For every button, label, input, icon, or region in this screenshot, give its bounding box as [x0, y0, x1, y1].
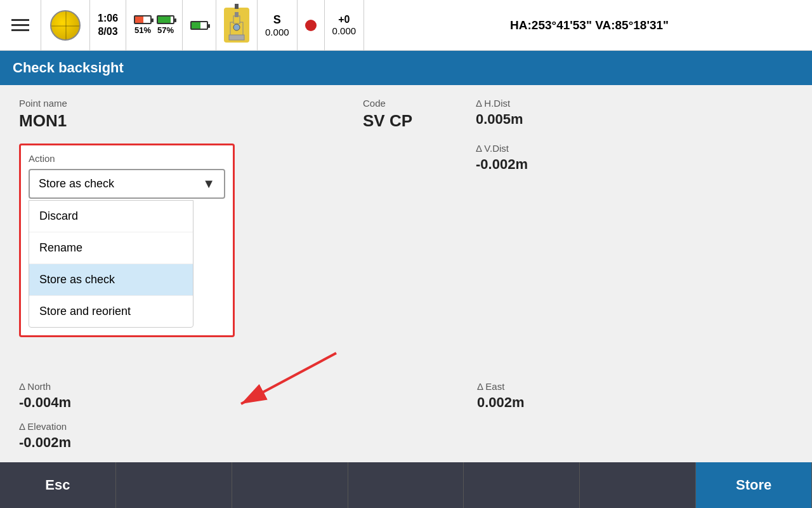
- globe-icon: [50, 10, 81, 41]
- arrow-annotation: [203, 347, 343, 425]
- hamburger-icon[interactable]: [11, 19, 29, 31]
- battery-display: 51% 57%: [126, 0, 183, 50]
- dropdown-item-discard[interactable]: Discard: [29, 201, 193, 232]
- esc-button[interactable]: Esc: [0, 462, 116, 508]
- action-dropdown-trigger[interactable]: Store as check ▼: [29, 169, 225, 199]
- svg-line-6: [241, 353, 336, 404]
- date-value: 8/03: [98, 25, 118, 39]
- main-content: Point name MON1 Code SV CP Action Store …: [0, 85, 812, 464]
- store-button[interactable]: Store: [696, 462, 812, 508]
- svg-rect-3: [229, 35, 244, 40]
- east-value: 0.002m: [477, 394, 525, 411]
- time-value: 1:06: [98, 12, 118, 25]
- plus-display: +0 0.000: [325, 0, 365, 50]
- action-dropdown-menu: Discard Rename Store as check Store and …: [29, 200, 193, 328]
- signal-indicator: [298, 0, 325, 50]
- h-dist-label: Δ H.Dist: [476, 98, 523, 109]
- signal-dot: [305, 20, 317, 31]
- battery3-display: [183, 0, 216, 50]
- battery2-icon: [157, 15, 174, 24]
- elev-value: -0.002m: [19, 434, 525, 451]
- battery3-icon: [190, 21, 208, 30]
- chevron-down-icon: ▼: [202, 177, 215, 191]
- footer-btn-3[interactable]: [232, 462, 348, 508]
- v-dist-group: Δ V.Dist -0.002m: [476, 143, 528, 173]
- point-name-value: MON1: [19, 111, 67, 131]
- meas-row-2: Δ V.Dist -0.002m: [476, 143, 793, 173]
- code-value: SV CP: [363, 111, 412, 131]
- measurements-area: Δ H.Dist 0.005m Δ V.Dist -0.002m: [476, 98, 793, 188]
- east-label: Δ East: [477, 381, 525, 392]
- east-group: Δ East 0.002m: [477, 381, 525, 411]
- footer: Esc Store: [0, 462, 812, 508]
- page-title: Check backsight: [13, 60, 124, 76]
- svg-rect-2: [235, 12, 239, 17]
- globe-button[interactable]: [41, 0, 90, 50]
- battery1-icon: [134, 15, 152, 24]
- dropdown-item-rename[interactable]: Rename: [29, 232, 193, 264]
- action-selected-value: Store as check: [39, 177, 114, 190]
- footer-btn-5[interactable]: [464, 462, 580, 508]
- ha-va-display: HA:253°41'53" VA:85°18'31": [364, 0, 812, 50]
- battery1-percent: 51%: [134, 25, 151, 35]
- action-container: Action Store as check ▼ Discard Rename S…: [19, 144, 235, 337]
- status-bar: 1:06 8/03 51% 57%: [0, 0, 812, 51]
- elev-group: Δ Elevation -0.002m: [19, 421, 525, 451]
- plus-label: +0: [332, 14, 357, 25]
- code-group: Code SV CP: [363, 98, 412, 131]
- s-label: S: [265, 13, 289, 27]
- code-label: Code: [363, 98, 412, 109]
- instrument-icon: [224, 8, 249, 43]
- footer-btn-4[interactable]: [348, 462, 464, 508]
- s-display: S 0.000: [258, 0, 298, 50]
- north-value: -0.004m: [19, 394, 71, 411]
- footer-btn-2[interactable]: [116, 462, 232, 508]
- dropdown-item-store-reorient[interactable]: Store and reorient: [29, 296, 193, 327]
- instrument-display: [216, 0, 258, 50]
- point-name-group: Point name MON1: [19, 98, 67, 131]
- battery2-percent: 57%: [157, 25, 174, 35]
- north-label: Δ North: [19, 381, 71, 392]
- page-header: Check backsight: [0, 51, 812, 85]
- v-dist-value: -0.002m: [476, 156, 528, 173]
- h-dist-group: Δ H.Dist 0.005m: [476, 98, 523, 128]
- dropdown-item-store-check[interactable]: Store as check: [29, 264, 193, 296]
- point-name-label: Point name: [19, 98, 67, 109]
- plus-value: 0.000: [332, 25, 357, 36]
- store-label: Store: [736, 477, 771, 493]
- time-display: 1:06 8/03: [90, 0, 126, 50]
- svg-point-4: [233, 24, 240, 30]
- ha-va-value: HA:253°41'53" VA:85°18'31": [510, 18, 669, 32]
- v-dist-label: Δ V.Dist: [476, 143, 528, 154]
- meas-row-1: Δ H.Dist 0.005m: [476, 98, 793, 128]
- esc-label: Esc: [45, 477, 70, 493]
- north-group: Δ North -0.004m: [19, 381, 71, 411]
- s-value: 0.000: [265, 27, 289, 37]
- hamburger-menu[interactable]: [0, 0, 41, 50]
- footer-btn-6[interactable]: [580, 462, 696, 508]
- h-dist-value: 0.005m: [476, 111, 523, 128]
- action-label: Action: [29, 153, 225, 164]
